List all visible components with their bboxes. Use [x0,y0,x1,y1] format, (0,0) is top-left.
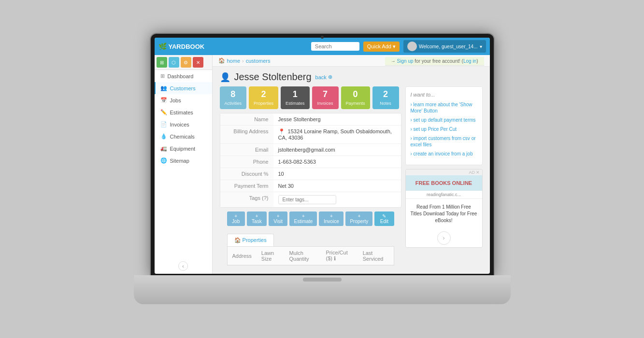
quick-add-chevron: ▾ [393,43,396,50]
col-mulch: Mulch Quantity [284,247,321,265]
add-estimate-button[interactable]: + Estimate [289,211,317,226]
stat-notes[interactable]: 2 Notes [372,86,399,109]
stat-activities[interactable]: 8 Activities [220,86,247,109]
properties-section: 🏠 Properties Address [220,230,401,269]
i-want-link-5[interactable]: create an invoice from a job [411,151,477,157]
back-icon: ⊕ [328,74,332,80]
stat-properties[interactable]: 2 Properties [249,86,278,109]
ad-site: readingfanatic.c... [406,191,482,199]
sidebar-icon-blue[interactable]: ⬡ [169,57,179,68]
user-label: Welcome, guest_user_14... [419,44,478,49]
sidebar-icon-orange[interactable]: ⚙ [181,57,191,68]
stat-notes-number: 2 [377,89,394,99]
back-link[interactable]: back ⊕ [315,74,332,80]
sidebar-item-customers[interactable]: 👥 Customers [155,82,212,94]
i-want-link-3[interactable]: set up Price Per Cut [411,126,477,132]
tags-input[interactable] [278,195,336,204]
main-content: 🏠 home › customers → Sign up for your fr… [213,55,490,274]
detail-row-tags: Tags (?) [220,192,401,207]
properties-table-container: Address Lawn Size Mulch Quantity Price/C… [227,247,394,266]
add-visit-button[interactable]: + Visit [269,211,288,226]
sidebar-item-estimates[interactable]: ✏️ Estimates [155,106,212,118]
dashboard-icon: ⊞ [160,73,165,79]
login-link[interactable]: Log in [463,58,476,64]
detail-row-payment-term: Payment Term Net 30 [220,180,401,192]
edit-button[interactable]: ✎ Edit [374,211,394,226]
user-avatar [407,42,417,51]
payment-term-value: Net 30 [273,180,401,192]
sidebar-item-sitemap[interactable]: 🌐 Sitemap [155,155,212,167]
brand-leaf-icon: 🌿 [158,42,167,50]
sidebar-item-invoices-label: Invoices [170,122,189,127]
customer-name: Jesse Stoltenberg [234,71,312,83]
sidebar-item-dashboard-label: Dashboard [168,73,194,79]
ad-next-button[interactable]: › [437,231,451,245]
ad-banner: AD ✕ FREE BOOKS ONLINE readingfanatic.c.… [405,169,483,248]
info-icon: ℹ [334,255,336,261]
breadcrumb-home[interactable]: home [227,58,241,64]
phone-value: 1-663-082-5363 [273,156,401,168]
phone-label: Phone [220,156,273,168]
breadcrumb-customers[interactable]: customers [246,58,271,64]
top-navbar: 🌿 YARDBOOK Quick Add ▾ Welcome, guest_us… [155,38,490,55]
add-property-button[interactable]: + Property [345,211,372,226]
address-label: Billing Address [220,126,273,143]
quick-add-button[interactable]: Quick Add ▾ [363,42,400,52]
i-want-box: I want to... learn more about the 'Show … [405,86,483,165]
add-task-button[interactable]: + Task [247,211,267,226]
ad-header: FREE BOOKS ONLINE [406,175,482,191]
tab-properties[interactable]: 🏠 Properties [227,234,274,246]
sidebar-item-invoices[interactable]: 📄 Invoices [155,118,212,130]
detail-row-address: Billing Address 📍 15324 Loraine Ramp, So… [220,126,401,144]
jobs-icon: 📅 [160,97,167,103]
tab-bar: 🏠 Properties [227,234,394,247]
stat-estimates-number: 1 [286,89,305,99]
sidebar-icon-green[interactable]: ⊞ [157,57,167,68]
sidebar-item-estimates-label: Estimates [170,110,193,115]
stat-payments-number: 0 [346,89,365,99]
email-label: Email [220,144,273,155]
tags-value [273,192,401,207]
sidebar-item-chemicals[interactable]: 💧 Chemicals [155,130,212,142]
breadcrumb: 🏠 home › customers → Sign up for your fr… [213,55,490,67]
payment-term-label: Payment Term [220,180,273,192]
customers-icon: 👥 [160,85,167,91]
email-value: jstoltenberg@gmail.com [273,144,401,155]
add-invoice-button[interactable]: + Invoice [319,211,343,226]
add-job-button[interactable]: + Job [227,211,245,226]
sidebar-item-sitemap-label: Sitemap [170,158,189,164]
back-text: back [315,74,327,80]
sidebar-item-customers-label: Customers [170,85,196,91]
stat-payments-label: Payments [346,101,365,106]
quick-add-label: Quick Add [367,43,391,49]
i-want-link-1[interactable]: learn more about the 'Show More' Button [411,101,477,114]
detail-row-phone: Phone 1-663-082-5363 [220,156,401,168]
action-bar: + Job + Task + Visit + Estimate + Invoic… [220,208,401,230]
customer-user-icon: 👤 [220,72,230,83]
col-last-serviced: Last Serviced [358,247,394,265]
stat-payments[interactable]: 0 Payments [341,86,370,109]
i-want-link-2[interactable]: set up default payment terms [411,117,477,123]
sidebar-collapse-button[interactable]: ‹ [178,261,188,271]
search-input[interactable] [311,42,359,51]
tags-label: Tags (?) [220,192,273,207]
stat-invoices-number: 7 [317,89,334,99]
sidebar-item-dashboard[interactable]: ⊞ Dashboard [155,70,212,82]
i-want-link-4[interactable]: import customers from csv or excel files [411,135,477,148]
detail-table: Name Jesse Stoltenberg Billing Address 📍… [220,113,401,208]
stat-estimates[interactable]: 1 Estimates [281,86,310,109]
address-value: 📍 15324 Loraine Ramp, South Osbaldomouth… [273,126,401,143]
sidebar-item-equipment[interactable]: 🚛 Equipment [155,142,212,155]
stat-properties-number: 2 [254,89,273,99]
ad-body: Read From 1 Million Free Titles Download… [406,199,482,229]
signup-link[interactable]: Sign up [397,58,414,64]
home-icon: 🏠 [218,57,225,64]
stat-invoices[interactable]: 7 Invoices [312,86,339,109]
sidebar-nav: ⊞ Dashboard 👥 Customers 📅 Jobs ✏️ [155,70,212,258]
sidebar-item-jobs[interactable]: 📅 Jobs [155,94,212,106]
user-menu[interactable]: Welcome, guest_user_14... ▾ [403,40,486,53]
i-want-title: I want to... [411,92,477,98]
sidebar-icon-red[interactable]: ✕ [193,57,203,68]
col-address: Address [228,247,257,265]
equipment-icon: 🚛 [160,145,167,152]
